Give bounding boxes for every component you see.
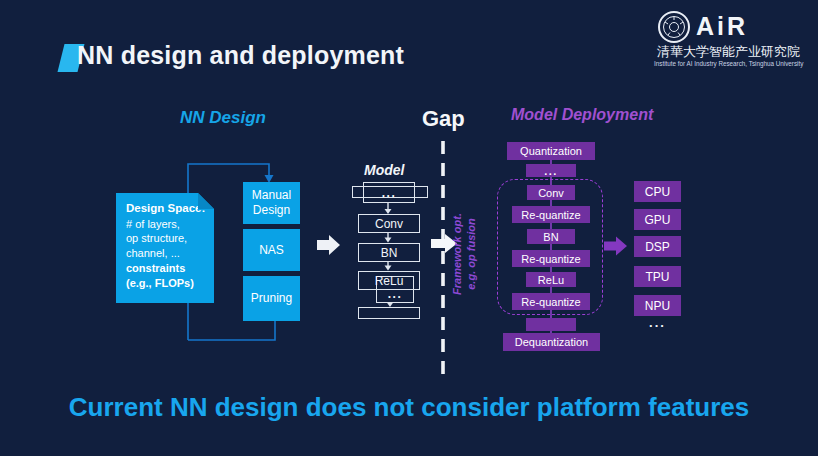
deploy-step-requantize-2: Re-quantize	[512, 250, 590, 267]
method-label: Pruning	[251, 291, 292, 306]
deploy-step-quantization: Quantization	[507, 142, 595, 160]
institute-name-en: Institute for AI Industry Research, Tsin…	[654, 60, 818, 67]
model-arrowhead-2-icon	[385, 238, 392, 243]
framework-opt-line2: e.g. op fusion	[465, 218, 477, 290]
loop-line-bottom	[188, 321, 275, 340]
design-space-title: Design Space:	[126, 202, 205, 214]
nn-design-section-title: NN Design	[180, 108, 266, 128]
institute-name-cn: 清華大学智能产业研究院	[657, 43, 817, 61]
deploy-step-conv: Conv	[527, 185, 575, 200]
hardware-box-gpu: GPU	[634, 209, 681, 230]
tsinghua-seal-icon	[657, 10, 691, 44]
method-box-nas: NAS	[243, 229, 300, 271]
model-title: Model	[364, 162, 404, 178]
footer-message: Current NN design does not consider plat…	[0, 392, 818, 423]
model-layer-empty-box	[358, 307, 420, 319]
model-layer-conv-box: Conv	[358, 214, 420, 233]
design-to-model-arrow-icon	[317, 235, 340, 255]
framework-opt-line1: Framework opt.	[451, 213, 463, 295]
deploy-step-requantize-1: Re-quantize	[512, 206, 590, 223]
hardware-more-dots: ...	[634, 315, 681, 330]
slide: NN design and deployment AiR 清華大学智能产业研究院…	[0, 0, 818, 456]
method-box-manual-design: Manual Design	[243, 182, 300, 224]
deploy-step-relu: ReLu	[526, 272, 576, 287]
method-box-pruning: Pruning	[243, 276, 300, 321]
page-title: NN design and deployment	[77, 41, 404, 70]
method-label: NAS	[259, 243, 284, 258]
design-space-line: channel, ...	[126, 247, 180, 259]
model-deployment-section-title: Model Deployment	[511, 106, 653, 124]
design-space-line: # of layers,	[126, 218, 180, 230]
deployment-to-hardware-arrow-icon	[604, 237, 627, 256]
deploy-step-dots: ...	[526, 164, 576, 177]
hardware-box-dsp: DSP	[634, 236, 681, 257]
deploy-step-small-box	[526, 318, 576, 331]
model-layer-dots-box: ...	[363, 182, 415, 203]
air-logo-text: AiR	[696, 12, 748, 41]
deploy-step-bn: BN	[527, 229, 575, 244]
hardware-box-npu: NPU	[634, 295, 681, 316]
hardware-box-tpu: TPU	[634, 266, 681, 287]
model-layer-bn-box: BN	[358, 243, 420, 262]
model-arrowhead-3-icon	[385, 266, 392, 271]
deploy-step-dequantization: Dequantization	[503, 333, 600, 351]
model-layer-relu-box: ReLu	[358, 271, 420, 290]
gap-title: Gap	[422, 106, 465, 132]
deploy-step-requantize-3: Re-quantize	[512, 293, 590, 310]
design-space-line: constraints	[126, 262, 185, 274]
method-label: Manual Design	[243, 188, 300, 218]
design-space-line: (e.g., FLOPs)	[126, 277, 194, 289]
design-space-line: op structure,	[126, 232, 187, 244]
framework-opt-label: Framework opt. e.g. op fusion	[450, 189, 484, 319]
design-space-fold-icon	[196, 193, 214, 211]
hardware-box-cpu: CPU	[634, 181, 681, 202]
